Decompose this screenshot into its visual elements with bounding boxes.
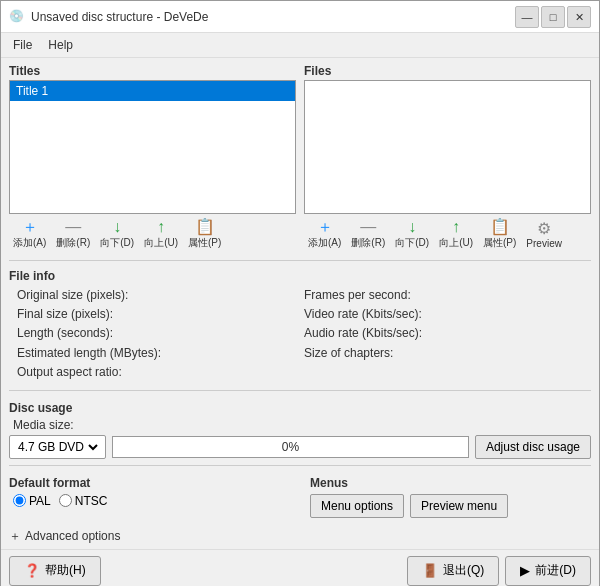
help-button[interactable]: ❓ 帮助(H) <box>9 556 101 586</box>
forward-icon: ▶ <box>520 563 530 578</box>
files-down-icon: ↓ <box>408 219 416 235</box>
menu-file[interactable]: File <box>5 35 40 55</box>
file-info-title: File info <box>9 269 591 283</box>
help-icon: ❓ <box>24 563 40 578</box>
files-props-label: 属性(P) <box>483 236 516 250</box>
file-info-grid: Original size (pixels): Final size (pixe… <box>9 286 591 382</box>
menu-bar: File Help <box>1 33 599 58</box>
file-info-row-0: Original size (pixels): <box>17 286 304 305</box>
media-size-select[interactable]: 4.7 GB DVD 8.5 GB DVD 700 MB CD <box>14 439 101 455</box>
files-preview-icon: ⚙ <box>537 221 551 237</box>
progress-label: 0% <box>282 440 299 454</box>
menus-buttons: Menu options Preview menu <box>310 494 591 518</box>
quit-label: 退出(Q) <box>443 562 484 579</box>
files-remove-button[interactable]: — 删除(R) <box>347 217 389 252</box>
menu-help[interactable]: Help <box>40 35 81 55</box>
add-icon: ＋ <box>22 219 38 235</box>
forward-label: 前进(D) <box>535 562 576 579</box>
files-preview-label: Preview <box>526 238 562 249</box>
title-bar-left: 💿 Unsaved disc structure - DeVeDe <box>9 9 208 25</box>
files-add-label: 添加(A) <box>308 236 341 250</box>
title-bar: 💿 Unsaved disc structure - DeVeDe — □ ✕ <box>1 1 599 33</box>
file-info-row-1: Final size (pixels): <box>17 305 304 324</box>
titles-props-button[interactable]: 📋 属性(P) <box>184 217 225 252</box>
media-size-select-wrap[interactable]: 4.7 GB DVD 8.5 GB DVD 700 MB CD <box>9 435 106 459</box>
titles-add-button[interactable]: ＋ 添加(A) <box>9 217 50 252</box>
forward-button[interactable]: ▶ 前进(D) <box>505 556 591 586</box>
advanced-options-expand-icon: ＋ <box>9 528 21 545</box>
file-info-row-r2: Audio rate (Kbits/sec): <box>304 324 591 343</box>
titles-down-label: 向下(D) <box>100 236 134 250</box>
bottom-bar: ❓ 帮助(H) 🚪 退出(Q) ▶ 前进(D) <box>1 549 599 586</box>
files-add-button[interactable]: ＋ 添加(A) <box>304 217 345 252</box>
down-icon: ↓ <box>113 219 121 235</box>
preview-menu-button[interactable]: Preview menu <box>410 494 508 518</box>
top-panels: Titles Title 1 ＋ 添加(A) — 删除(R) ↓ 向下( <box>9 64 591 254</box>
disc-usage-title: Disc usage <box>9 401 591 415</box>
progress-bar: 0% <box>112 436 469 458</box>
titles-props-label: 属性(P) <box>188 236 221 250</box>
file-info-row-3: Estimated length (MBytes): <box>17 344 304 363</box>
quit-button[interactable]: 🚪 退出(Q) <box>407 556 499 586</box>
format-radio-group: PAL NTSC <box>9 494 290 508</box>
ntsc-radio-label[interactable]: NTSC <box>59 494 108 508</box>
files-remove-label: 删除(R) <box>351 236 385 250</box>
titles-add-label: 添加(A) <box>13 236 46 250</box>
titles-remove-button[interactable]: — 删除(R) <box>52 217 94 252</box>
file-info-col-right: Frames per second: Video rate (Kbits/sec… <box>304 286 591 382</box>
adjust-disc-usage-button[interactable]: Adjust disc usage <box>475 435 591 459</box>
titles-down-button[interactable]: ↓ 向下(D) <box>96 217 138 252</box>
menu-options-button[interactable]: Menu options <box>310 494 404 518</box>
files-props-button[interactable]: 📋 属性(P) <box>479 217 520 252</box>
remove-icon: — <box>65 219 81 235</box>
menus-title: Menus <box>310 476 591 490</box>
ntsc-label: NTSC <box>75 494 108 508</box>
file-info-row-4: Output aspect ratio: <box>17 363 304 382</box>
files-down-label: 向下(D) <box>395 236 429 250</box>
titles-panel: Titles Title 1 ＋ 添加(A) — 删除(R) ↓ 向下( <box>9 64 296 254</box>
window-title: Unsaved disc structure - DeVeDe <box>31 10 208 24</box>
divider-3 <box>9 465 591 466</box>
default-format-title: Default format <box>9 476 290 490</box>
title-bar-controls: — □ ✕ <box>515 6 591 28</box>
divider-1 <box>9 260 591 261</box>
up-icon: ↑ <box>157 219 165 235</box>
help-label: 帮助(H) <box>45 562 86 579</box>
file-info-row-r1: Video rate (Kbits/sec): <box>304 305 591 324</box>
maximize-button[interactable]: □ <box>541 6 565 28</box>
advanced-options[interactable]: ＋ Advanced options <box>9 528 591 545</box>
files-down-button[interactable]: ↓ 向下(D) <box>391 217 433 252</box>
title-item-1[interactable]: Title 1 <box>10 81 295 101</box>
files-remove-icon: — <box>360 219 376 235</box>
menus-section: Menus Menu options Preview menu <box>310 476 591 518</box>
minimize-button[interactable]: — <box>515 6 539 28</box>
titles-listbox[interactable]: Title 1 <box>9 80 296 214</box>
file-info-row-r0: Frames per second: <box>304 286 591 305</box>
files-up-icon: ↑ <box>452 219 460 235</box>
app-icon: 💿 <box>9 9 25 25</box>
titles-remove-label: 删除(R) <box>56 236 90 250</box>
files-listbox[interactable] <box>304 80 591 214</box>
pal-radio[interactable] <box>13 494 26 507</box>
divider-2 <box>9 390 591 391</box>
disc-usage-section: Disc usage Media size: 4.7 GB DVD 8.5 GB… <box>9 401 591 459</box>
bottom-right-buttons: 🚪 退出(Q) ▶ 前进(D) <box>407 556 591 586</box>
file-info-section: File info Original size (pixels): Final … <box>9 267 591 384</box>
titles-up-button[interactable]: ↑ 向上(U) <box>140 217 182 252</box>
ntsc-radio[interactable] <box>59 494 72 507</box>
main-content: Titles Title 1 ＋ 添加(A) — 删除(R) ↓ 向下( <box>1 58 599 549</box>
titles-label: Titles <box>9 64 296 78</box>
files-preview-button[interactable]: ⚙ Preview <box>522 219 566 251</box>
files-up-button[interactable]: ↑ 向上(U) <box>435 217 477 252</box>
files-up-label: 向上(U) <box>439 236 473 250</box>
pal-radio-label[interactable]: PAL <box>13 494 51 508</box>
titles-toolbar: ＋ 添加(A) — 删除(R) ↓ 向下(D) ↑ 向上(U) <box>9 214 296 254</box>
default-format-section: Default format PAL NTSC <box>9 476 290 508</box>
close-button[interactable]: ✕ <box>567 6 591 28</box>
pal-label: PAL <box>29 494 51 508</box>
file-info-row-r3: Size of chapters: <box>304 344 591 363</box>
files-add-icon: ＋ <box>317 219 333 235</box>
disc-usage-bar-row: 4.7 GB DVD 8.5 GB DVD 700 MB CD 0% Adjus… <box>9 435 591 459</box>
bottom-section: Default format PAL NTSC Menus Menu optio… <box>9 476 591 518</box>
titles-up-label: 向上(U) <box>144 236 178 250</box>
